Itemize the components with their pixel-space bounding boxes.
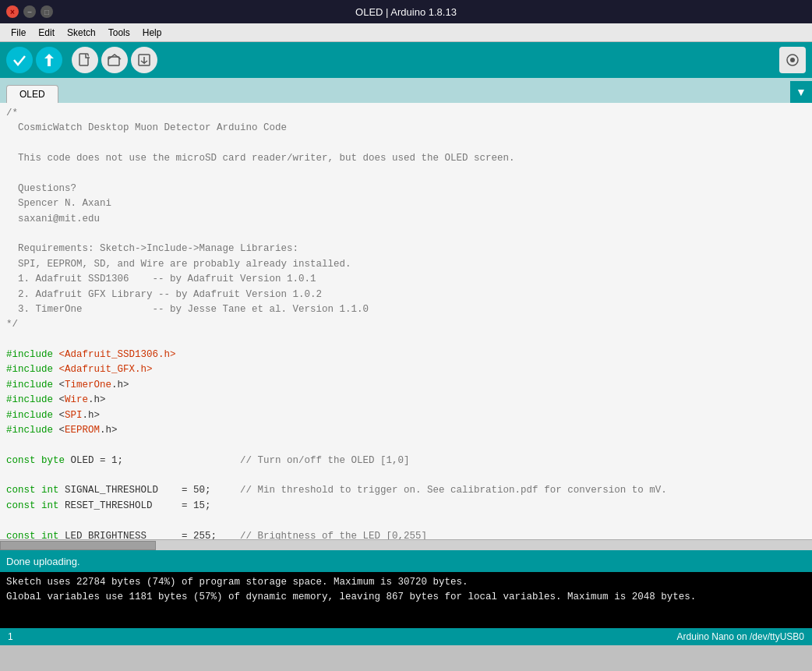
- toolbar: [0, 42, 812, 78]
- maximize-button[interactable]: □: [41, 5, 53, 18]
- new-button[interactable]: [72, 47, 98, 73]
- output-area: Sketch uses 22784 bytes (74%) of program…: [0, 572, 812, 628]
- tab-oled[interactable]: OLED: [6, 85, 58, 103]
- status-bar: 1 Arduino Nano on /dev/ttyUSB0: [0, 628, 812, 645]
- upload-button[interactable]: [36, 47, 62, 73]
- save-button[interactable]: [131, 47, 157, 73]
- new-file-icon: [78, 53, 92, 67]
- svg-marker-0: [44, 54, 54, 66]
- window-controls: × – □: [6, 5, 53, 18]
- close-button[interactable]: ×: [6, 5, 19, 18]
- title-bar: × – □ OLED | Arduino 1.8.13: [0, 0, 812, 23]
- open-file-icon: [108, 53, 122, 67]
- code-content: /* CosmicWatch Desktop Muon Detector Ard…: [6, 106, 806, 539]
- menu-bar: File Edit Sketch Tools Help: [0, 23, 812, 42]
- window-title: OLED | Arduino 1.8.13: [53, 6, 759, 18]
- upload-icon: [41, 52, 57, 68]
- checkmark-icon: [12, 52, 27, 68]
- serial-monitor-button[interactable]: [779, 47, 806, 73]
- code-editor[interactable]: /* CosmicWatch Desktop Muon Detector Ard…: [0, 103, 812, 539]
- menu-edit[interactable]: Edit: [32, 26, 61, 40]
- svg-point-5: [790, 58, 795, 62]
- status-line-number: 1: [8, 631, 13, 642]
- open-button[interactable]: [101, 47, 128, 73]
- menu-file[interactable]: File: [5, 26, 32, 40]
- menu-tools[interactable]: Tools: [102, 26, 136, 40]
- serial-monitor-icon: [785, 52, 800, 68]
- tab-bar: OLED ▼: [0, 78, 812, 103]
- horizontal-scrollbar[interactable]: [0, 539, 812, 550]
- verify-button[interactable]: [6, 47, 33, 73]
- output-line-1: Sketch uses 22784 bytes (74%) of program…: [6, 575, 806, 590]
- toolbar-left: [6, 47, 157, 73]
- menu-help[interactable]: Help: [136, 26, 168, 40]
- tab-oled-label: OLED: [19, 89, 45, 100]
- minimize-button[interactable]: –: [23, 5, 36, 18]
- h-scroll-thumb[interactable]: [0, 541, 156, 550]
- tab-dropdown-button[interactable]: ▼: [790, 81, 812, 103]
- chevron-down-icon: ▼: [796, 86, 807, 98]
- save-icon: [137, 53, 151, 67]
- output-status-text: Done uploading.: [6, 556, 80, 567]
- h-scroll-track: [0, 540, 812, 550]
- status-board-port: Arduino Nano on /dev/ttyUSB0: [677, 631, 804, 642]
- output-header: Done uploading.: [0, 550, 812, 572]
- tab-bar-left: OLED: [6, 85, 58, 103]
- menu-sketch[interactable]: Sketch: [61, 26, 102, 40]
- output-line-2: Global variables use 1181 bytes (57%) of…: [6, 590, 806, 605]
